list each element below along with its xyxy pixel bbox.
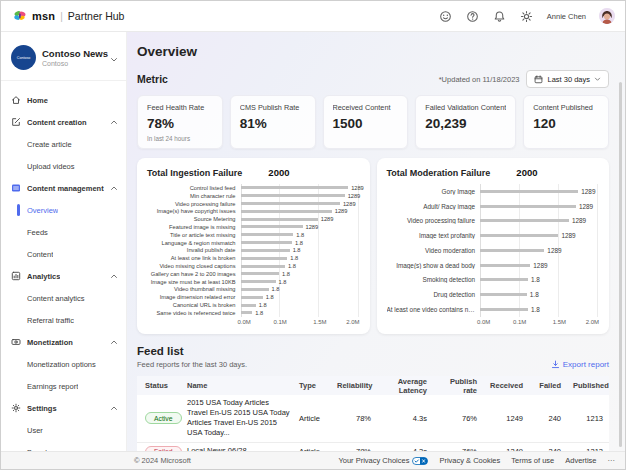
sidebar-item-label: Content — [27, 250, 53, 259]
table-row[interactable]: Failed Local News 06/28 Article 78% 4.3s… — [137, 443, 609, 452]
chart-value-label: 1.8 — [266, 294, 274, 300]
footer-link-privacy-cookies[interactable]: Privacy & Cookies — [439, 456, 500, 465]
chart-category-label: Image(s) show a dead body — [387, 262, 481, 269]
sidebar-item-content-analytics[interactable]: Content analytics — [1, 287, 126, 309]
chart-category-label: At least one video contains nudi... — [387, 306, 481, 313]
sidebar-item-label: Upload videos — [27, 162, 75, 171]
sidebar-item-content[interactable]: Content — [1, 243, 126, 265]
chart-category-label: Image(s) have copyright issues — [147, 208, 241, 214]
feed-failed: 240 — [531, 411, 569, 426]
compose-icon — [11, 117, 21, 127]
user-avatar[interactable] — [599, 8, 615, 24]
msn-butterfly-icon — [13, 9, 27, 23]
date-range-value: Last 30 days — [547, 75, 590, 84]
sidebar-item-create-article[interactable]: Create article — [1, 133, 126, 155]
sidebar-item-settings[interactable]: Settings — [1, 397, 126, 419]
bar — [241, 241, 292, 244]
org-name: Contoso News — [42, 48, 104, 59]
chart-value-label: 1289 — [547, 247, 561, 254]
chart-category-label: Smoking detection — [387, 276, 481, 283]
sidebar: Contoso Contoso News Contoso Home Conten… — [1, 32, 127, 451]
bar — [480, 308, 528, 311]
sidebar-item-label: Settings — [27, 404, 57, 413]
sidebar-item-label: Monetization — [27, 338, 73, 347]
sidebar-item-content-management[interactable]: Content management — [1, 177, 126, 199]
content-management-icon — [11, 183, 21, 193]
chart-bar-row: At least one video contains nudi...1.8 — [387, 302, 600, 317]
chart-category-label: Canonical URL is broken — [147, 302, 241, 308]
chart-category-label: Video processing failure — [387, 217, 481, 224]
chart-category-label: Image text profanity — [387, 232, 481, 239]
date-range-dropdown[interactable]: Last 30 days — [526, 70, 609, 88]
sidebar-item-user[interactable]: User — [1, 419, 126, 441]
bar — [241, 272, 280, 275]
footer-links: Your Privacy Choices Privacy & Cookies T… — [338, 456, 615, 465]
chart-bar-row: Image size must be at least 10KB1.8 — [147, 278, 360, 286]
sidebar-item-earnings-report[interactable]: Earnings report — [1, 375, 126, 397]
bar — [241, 186, 349, 189]
chart-bar-row: Adult/ Racy image1289 — [387, 199, 600, 214]
feed-list-header: Feed list Feed reports for the last 30 d… — [137, 345, 609, 369]
chart-value-label: 1.8 — [272, 286, 280, 292]
metric-label: Failed Validation Content — [425, 103, 506, 112]
settings-icon[interactable] — [520, 9, 534, 23]
sidebar-item-analytics[interactable]: Analytics — [1, 265, 126, 287]
help-icon[interactable] — [466, 9, 480, 23]
sidebar-item-overview[interactable]: Overview — [1, 199, 126, 221]
table-row[interactable]: Active 2015 USA Today Articles Travel En… — [137, 395, 609, 443]
topbar-actions: Annie Chen — [439, 8, 615, 24]
feed-table-header-row: Status Name Type Reliability Average Lat… — [137, 376, 609, 395]
user-name[interactable]: Annie Chen — [547, 12, 586, 21]
sidebar-item-brand[interactable]: Brand — [1, 441, 126, 451]
export-report-button[interactable]: Export report — [551, 360, 609, 369]
feed-published: 1213 — [569, 411, 611, 426]
sidebar-item-monetization[interactable]: Monetization — [1, 331, 126, 353]
sidebar-item-home[interactable]: Home — [1, 89, 126, 111]
download-icon — [551, 360, 560, 369]
footer-more-options[interactable]: ··· — [608, 456, 616, 465]
bar — [241, 311, 253, 314]
x-tick: 2.0M — [586, 319, 599, 325]
bar — [241, 194, 345, 197]
partner-hub-window: msn | Partner Hub — [0, 0, 626, 470]
footer-link-privacy-choices[interactable]: Your Privacy Choices — [338, 456, 428, 465]
sidebar-item-monetization-options[interactable]: Monetization options — [1, 353, 126, 375]
chart-value-label: 1289 — [306, 224, 319, 230]
privacy-choices-icon — [412, 457, 428, 465]
chevron-down-icon — [594, 76, 601, 82]
chart-total-value: 2000 — [268, 167, 289, 178]
sidebar-item-referral-traffic[interactable]: Referral traffic — [1, 309, 126, 331]
msn-partner-hub-logo[interactable]: msn | Partner Hub — [13, 9, 124, 23]
metric-card-feed-health-rate: Feed Health Rate 78% In last 24 hours — [137, 95, 223, 149]
notifications-icon[interactable] — [493, 9, 507, 23]
col-type: Type — [295, 381, 333, 390]
metric-label: Content Published — [533, 103, 599, 112]
chevron-up-icon — [110, 185, 118, 192]
chart-category-label: Control listed feed — [147, 185, 241, 191]
chart-bar-row: Video thumbnail missing1.8 — [147, 286, 360, 294]
footer-link-label: Your Privacy Choices — [338, 456, 409, 465]
feed-list-subtitle: Feed reports for the last 30 days. — [137, 360, 247, 369]
updated-timestamp: *Updated on 11/18/2023 — [439, 75, 520, 84]
sidebar-item-upload-videos[interactable]: Upload videos — [1, 155, 126, 177]
sidebar-item-feeds[interactable]: Feeds — [1, 221, 126, 243]
footer-link-terms-of-use[interactable]: Terms of use — [511, 456, 554, 465]
col-failed: Failed — [531, 381, 569, 390]
bar — [241, 265, 285, 268]
chart-bar-row: Control listed feed1289 — [147, 184, 360, 192]
metric-section-title: Metric — [137, 73, 168, 85]
x-tick: 0.0M — [238, 319, 251, 325]
feedback-icon[interactable] — [439, 9, 453, 23]
bar — [241, 233, 294, 236]
chart-value-label: 1.8 — [530, 291, 539, 298]
chevron-down-icon — [110, 49, 118, 67]
metric-value: 81% — [240, 116, 306, 131]
feed-name: 2015 USA Today Articles Travel En-US 201… — [183, 395, 295, 442]
org-switcher[interactable]: Contoso Contoso News Contoso — [1, 41, 126, 81]
bar — [241, 225, 303, 228]
sidebar-item-content-creation[interactable]: Content creation — [1, 111, 126, 133]
vertical-scrollbar[interactable] — [619, 82, 623, 447]
col-published: Published — [569, 381, 611, 390]
footer-link-advertise[interactable]: Advertise — [565, 456, 596, 465]
x-tick: 1.5M — [313, 319, 326, 325]
